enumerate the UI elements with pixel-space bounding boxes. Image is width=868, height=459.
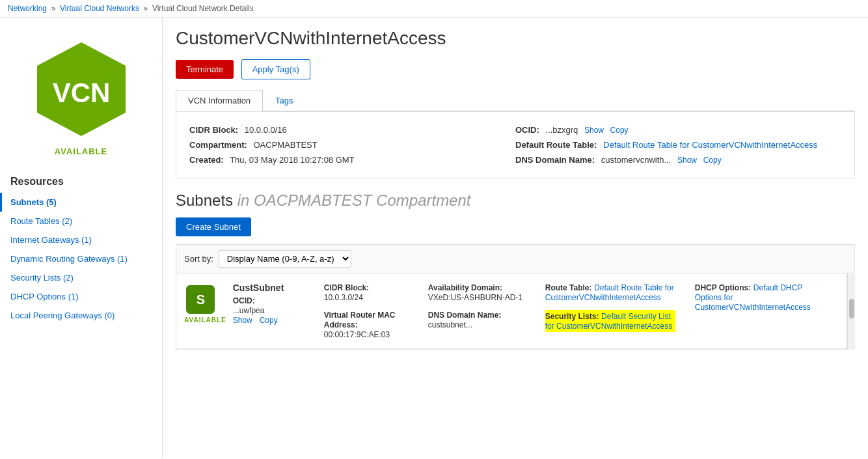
create-subnet-button[interactable]: Create Subnet	[176, 217, 251, 236]
compartment-value: OACPMABTEST	[253, 140, 317, 150]
dns-value: customervcnwith...	[601, 155, 671, 165]
subnet-dns-value: custsubnet...	[428, 320, 472, 329]
sidebar: VCN AVAILABLE Resources Subnets (5) Rout…	[0, 18, 163, 458]
cidr-value: 10.0.0.0/16	[245, 125, 287, 135]
main-content: CustomerVCNwithInternetAccess Terminate …	[163, 18, 868, 458]
vcn-tabs: VCN Information Tags	[176, 90, 855, 111]
ocid-label: OCID:	[515, 125, 539, 135]
route-table-label: Default Route Table:	[515, 140, 597, 150]
ocid-copy-link[interactable]: Copy	[610, 126, 629, 135]
vcn-info-grid: CIDR Block: 10.0.0.0/16 OCID: ...bzxgrq …	[176, 111, 855, 178]
subnet-vr-sublabel: Address:	[324, 320, 358, 329]
subnet-dns-val-row: custsubnet...	[428, 320, 526, 329]
sort-label: Sort by:	[184, 254, 213, 264]
svg-text:VCN: VCN	[52, 77, 110, 108]
sidebar-item-lpg[interactable]: Local Peering Gateways (0)	[0, 306, 162, 325]
subnets-action-bar: Create Subnet	[176, 217, 855, 236]
subnet-list: S AVAILABLE CustSubnet OCID: ...uwfpea	[176, 273, 847, 350]
subnet-cidr-row: CIDR Block: 10.0.3.0/24	[324, 283, 409, 302]
subnet-ocid-value-row: ...uwfpea	[233, 305, 305, 315]
compartment-row: Compartment: OACPMABTEST	[189, 137, 515, 152]
subnet-ocid-value: ...uwfpea	[233, 306, 265, 315]
subnet-ocid-row: OCID:	[233, 296, 305, 305]
tab-tags[interactable]: Tags	[263, 90, 305, 111]
scrollbar[interactable]	[847, 273, 855, 350]
compartment-label: Compartment:	[189, 140, 247, 150]
subnet-cidr-label: CIDR Block:	[324, 283, 369, 292]
subnet-vr-row: Virtual Router MAC	[324, 310, 409, 320]
table-row: S AVAILABLE CustSubnet OCID: ...uwfpea	[176, 273, 847, 349]
subnet-list-container: S AVAILABLE CustSubnet OCID: ...uwfpea	[176, 273, 855, 350]
sidebar-item-drg[interactable]: Dynamic Routing Gateways (1)	[0, 249, 162, 268]
subnet-ad-row: Availability Domain: VXeD:US-ASHBURN-AD-…	[428, 283, 526, 302]
vcn-hexagon-icon: VCN	[29, 37, 133, 141]
ocid-row: OCID: ...bzxgrq Show Copy	[515, 122, 841, 137]
sidebar-nav: Subnets (5) Route Tables (2) Internet Ga…	[0, 193, 162, 325]
resources-header: Resources	[0, 169, 162, 193]
breadcrumb: Networking » Virtual Cloud Networks » Vi…	[0, 0, 868, 18]
subnet-dns-label: DNS Domain Name:	[428, 311, 502, 320]
scrollbar-thumb	[849, 299, 854, 318]
sidebar-item-dhcp-options[interactable]: DHCP Options (1)	[0, 287, 162, 306]
sidebar-item-security-lists[interactable]: Security Lists (2)	[0, 268, 162, 287]
subnets-section-title: Subnets in OACPMABTEST Compartment	[176, 191, 855, 210]
subnet-security-row: Security Lists: Default Security List fo…	[545, 310, 675, 332]
created-label: Created:	[189, 155, 224, 165]
cidr-label: CIDR Block:	[189, 125, 238, 135]
subnet-vr-value: 00:00:17:9C:AE:03	[324, 330, 390, 339]
breadcrumb-current: Virtual Cloud Network Details	[152, 4, 254, 13]
cidr-block-row: CIDR Block: 10.0.0.0/16	[189, 122, 515, 137]
subnet-ocid-label: OCID:	[233, 296, 255, 305]
subnet-name-col: CustSubnet OCID: ...uwfpea Show Copy	[233, 283, 305, 325]
breadcrumb-vcn[interactable]: Virtual Cloud Networks	[60, 4, 139, 13]
sidebar-item-route-tables[interactable]: Route Tables (2)	[0, 212, 162, 230]
subnet-name: CustSubnet	[233, 283, 305, 293]
sidebar-item-internet-gateways[interactable]: Internet Gateways (1)	[0, 230, 162, 249]
dns-copy-link[interactable]: Copy	[703, 156, 722, 165]
created-row: Created: Thu, 03 May 2018 10:27:08 GMT	[189, 152, 515, 167]
sidebar-item-subnets[interactable]: Subnets (5)	[0, 193, 162, 212]
subnet-vr-label: Virtual Router MAC	[324, 311, 396, 320]
vcn-logo-area: VCN AVAILABLE	[0, 31, 162, 169]
subnet-security-label: Security Lists:	[545, 312, 599, 321]
ocid-show-link[interactable]: Show	[584, 126, 604, 135]
subnet-icon-wrap: S AVAILABLE	[184, 283, 226, 324]
breadcrumb-networking[interactable]: Networking	[8, 4, 47, 13]
subnet-show-link[interactable]: Show	[233, 316, 252, 325]
subnet-route-label: Route Table:	[545, 283, 592, 292]
subnet-status: AVAILABLE	[184, 316, 226, 324]
dns-domain-row: DNS Domain Name: customervcnwith... Show…	[515, 152, 841, 167]
terminate-button[interactable]: Terminate	[176, 60, 234, 79]
subnet-cidr-col: CIDR Block: 10.0.3.0/24 Virtual Router M…	[324, 283, 409, 339]
page-title: CustomerVCNwithInternetAccess	[176, 28, 855, 49]
subnet-ocid-actions: Show Copy	[233, 315, 305, 325]
dns-show-link[interactable]: Show	[677, 156, 697, 165]
subnet-ad-value: VXeD:US-ASHBURN-AD-1	[428, 293, 522, 302]
sort-select[interactable]: Display Name (0-9, A-Z, a-z)	[219, 250, 351, 268]
dns-label: DNS Domain Name:	[515, 155, 595, 165]
route-table-link[interactable]: Default Route Table for CustomerVCNwithI…	[603, 140, 817, 150]
created-value: Thu, 03 May 2018 10:27:08 GMT	[230, 155, 355, 165]
action-buttons: Terminate Apply Tag(s)	[176, 59, 855, 79]
subnet-route-col: Route Table: Default Route Table for Cus…	[545, 283, 675, 332]
ocid-value: ...bzxgrq	[545, 125, 578, 135]
apply-tags-button[interactable]: Apply Tag(s)	[241, 59, 310, 79]
subnet-cidr-value: 10.0.3.0/24	[324, 293, 363, 302]
subnet-dhcp-col: DHCP Options: Default DHCP Options for C…	[695, 283, 819, 312]
subnet-icon: S	[186, 285, 215, 314]
tab-vcn-information[interactable]: VCN Information	[176, 90, 263, 111]
subnet-copy-link[interactable]: Copy	[260, 316, 278, 325]
subnet-dhcp-label: DHCP Options:	[695, 283, 751, 292]
subnet-route-row: Route Table: Default Route Table for Cus…	[545, 283, 675, 302]
subnet-dhcp-row: DHCP Options: Default DHCP Options for C…	[695, 283, 819, 312]
subnet-vr-addr-row: Address: 00:00:17:9C:AE:03	[324, 320, 409, 339]
route-table-row: Default Route Table: Default Route Table…	[515, 137, 841, 152]
subnet-dns-row: DNS Domain Name:	[428, 310, 526, 320]
sort-bar: Sort by: Display Name (0-9, A-Z, a-z)	[176, 244, 855, 273]
subnet-availability-col: Availability Domain: VXeD:US-ASHBURN-AD-…	[428, 283, 526, 329]
subnet-ad-label: Availability Domain:	[428, 283, 502, 292]
vcn-status: AVAILABLE	[55, 146, 107, 156]
